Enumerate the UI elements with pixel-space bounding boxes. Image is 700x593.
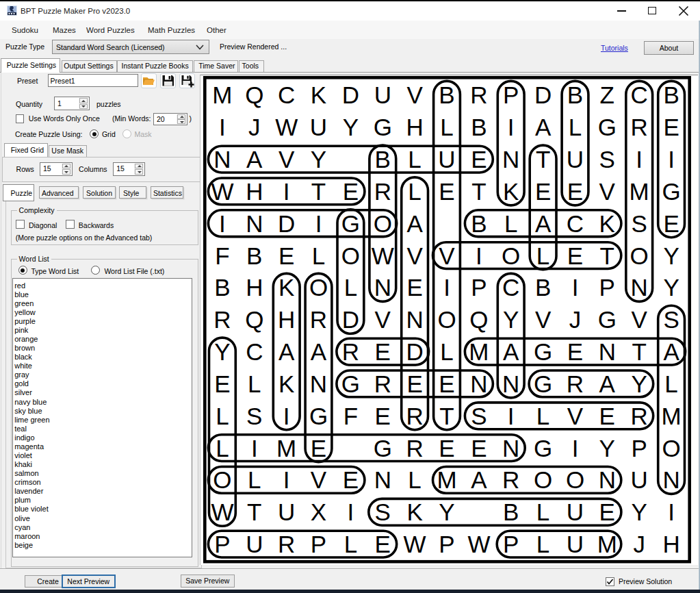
svg-text:A: A	[471, 466, 487, 493]
svg-text:E: E	[471, 435, 487, 462]
svg-text:N: N	[374, 274, 391, 301]
svg-text:D: D	[406, 338, 423, 365]
svg-text:Y: Y	[663, 242, 679, 269]
svg-text:H: H	[246, 274, 263, 301]
svg-text:N: N	[599, 338, 616, 365]
svg-text:A: A	[599, 370, 616, 397]
svg-text:L: L	[440, 114, 453, 140]
svg-text:P: P	[311, 531, 326, 557]
svg-text:M: M	[469, 338, 489, 365]
svg-text:U: U	[374, 81, 391, 108]
svg-text:Y: Y	[632, 499, 647, 525]
svg-text:I: I	[251, 435, 258, 462]
svg-text:M: M	[437, 466, 456, 493]
svg-text:Y: Y	[311, 146, 326, 173]
svg-text:M: M	[276, 435, 296, 462]
svg-text:I: I	[668, 146, 675, 173]
svg-text:L: L	[216, 403, 229, 429]
svg-text:I: I	[348, 499, 354, 525]
svg-text:J: J	[633, 531, 645, 557]
svg-text:G: G	[374, 114, 392, 140]
svg-text:N: N	[470, 370, 487, 397]
svg-text:B: B	[567, 81, 583, 108]
svg-text:V: V	[535, 306, 552, 333]
svg-text:N: N	[406, 306, 423, 333]
svg-text:V: V	[375, 306, 391, 333]
svg-text:R: R	[406, 403, 423, 429]
svg-text:A: A	[406, 210, 423, 237]
svg-text:P: P	[471, 274, 487, 301]
svg-text:B: B	[214, 274, 230, 301]
svg-text:H: H	[278, 306, 295, 333]
svg-text:R: R	[374, 178, 391, 205]
svg-text:V: V	[278, 146, 295, 173]
svg-text:P: P	[503, 531, 519, 557]
svg-text:L: L	[248, 370, 261, 397]
svg-text:C: C	[278, 81, 295, 108]
svg-text:I: I	[572, 435, 579, 462]
svg-text:I: I	[636, 146, 643, 173]
svg-text:O: O	[502, 242, 520, 269]
svg-text:J: J	[248, 114, 261, 140]
svg-text:L: L	[440, 338, 453, 365]
svg-text:E: E	[343, 178, 359, 205]
svg-text:E: E	[663, 210, 679, 237]
svg-text:E: E	[278, 242, 294, 269]
svg-text:F: F	[343, 403, 358, 429]
svg-text:Q: Q	[245, 306, 263, 333]
svg-text:O: O	[566, 466, 584, 493]
svg-text:I: I	[219, 210, 226, 237]
svg-text:P: P	[214, 531, 230, 557]
svg-text:R: R	[406, 435, 423, 462]
svg-text:E: E	[406, 370, 422, 397]
svg-text:E: E	[663, 114, 679, 140]
svg-text:X: X	[311, 499, 326, 525]
svg-text:W: W	[211, 178, 233, 205]
svg-text:I: I	[476, 242, 482, 269]
svg-text:T: T	[311, 178, 326, 205]
svg-text:E: E	[375, 531, 391, 557]
svg-text:M: M	[662, 403, 682, 429]
svg-text:T: T	[247, 499, 261, 525]
svg-text:E: E	[439, 178, 454, 205]
svg-text:N: N	[246, 210, 263, 237]
svg-text:C: C	[246, 338, 263, 365]
svg-text:Y: Y	[214, 338, 230, 365]
svg-text:B: B	[471, 210, 487, 237]
svg-text:L: L	[248, 466, 261, 493]
svg-text:G: G	[341, 370, 360, 397]
svg-text:N: N	[310, 370, 327, 397]
svg-text:E: E	[567, 242, 583, 269]
svg-text:S: S	[246, 403, 262, 429]
svg-text:Q: Q	[469, 306, 488, 333]
svg-text:R: R	[310, 306, 327, 333]
svg-text:U: U	[567, 146, 584, 173]
svg-text:A: A	[535, 210, 552, 237]
svg-text:W: W	[467, 531, 490, 557]
svg-text:Y: Y	[599, 435, 615, 462]
svg-text:L: L	[408, 178, 421, 205]
svg-text:V: V	[406, 81, 423, 108]
svg-text:Y: Y	[663, 274, 679, 301]
svg-text:O: O	[534, 466, 552, 493]
svg-text:R: R	[342, 338, 359, 365]
svg-text:W: W	[404, 531, 426, 557]
svg-text:D: D	[342, 306, 359, 333]
svg-text:E: E	[343, 466, 359, 493]
svg-text:S: S	[663, 306, 679, 333]
svg-text:D: D	[534, 81, 552, 108]
svg-text:U: U	[278, 499, 295, 525]
svg-text:I: I	[283, 403, 290, 429]
svg-text:P: P	[503, 81, 519, 108]
svg-text:O: O	[213, 466, 231, 493]
svg-text:U: U	[310, 114, 327, 140]
svg-text:C: C	[567, 210, 584, 237]
svg-text:O: O	[341, 242, 360, 269]
svg-text:H: H	[246, 178, 263, 205]
svg-text:T: T	[536, 146, 550, 173]
svg-text:G: G	[534, 338, 552, 365]
svg-text:B: B	[375, 146, 391, 173]
svg-text:N: N	[213, 146, 231, 173]
svg-text:Q: Q	[245, 81, 263, 108]
svg-text:V: V	[567, 403, 584, 429]
